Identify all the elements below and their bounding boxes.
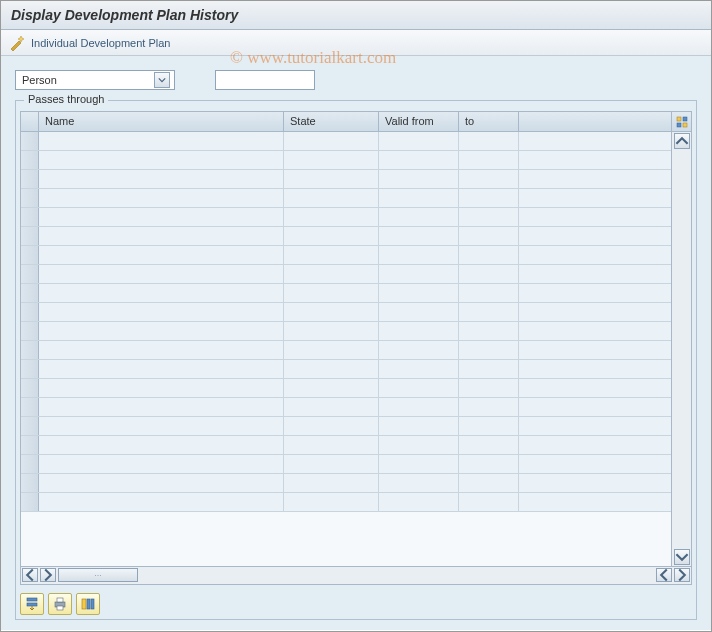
table-cell[interactable]	[379, 227, 459, 245]
row-selector[interactable]	[21, 398, 39, 416]
table-cell[interactable]	[284, 227, 379, 245]
table-cell[interactable]	[459, 265, 519, 283]
table-row[interactable]	[21, 265, 671, 284]
table-cell[interactable]	[284, 436, 379, 454]
table-settings-icon[interactable]	[671, 112, 691, 131]
table-cell[interactable]	[519, 322, 671, 340]
table-row[interactable]	[21, 208, 671, 227]
table-row[interactable]	[21, 151, 671, 170]
scroll-track[interactable]	[674, 150, 690, 548]
table-cell[interactable]	[519, 303, 671, 321]
layout-button[interactable]	[76, 593, 100, 615]
table-cell[interactable]	[519, 436, 671, 454]
table-cell[interactable]	[39, 265, 284, 283]
table-cell[interactable]	[519, 493, 671, 511]
table-cell[interactable]	[459, 493, 519, 511]
table-cell[interactable]	[459, 170, 519, 188]
table-cell[interactable]	[284, 322, 379, 340]
table-cell[interactable]	[284, 303, 379, 321]
table-cell[interactable]	[519, 360, 671, 378]
edit-wand-icon[interactable]	[9, 35, 25, 51]
table-cell[interactable]	[379, 493, 459, 511]
table-cell[interactable]	[459, 132, 519, 150]
table-cell[interactable]	[519, 265, 671, 283]
table-cell[interactable]	[379, 189, 459, 207]
table-cell[interactable]	[284, 170, 379, 188]
table-cell[interactable]	[379, 284, 459, 302]
row-selector[interactable]	[21, 132, 39, 150]
table-cell[interactable]	[39, 398, 284, 416]
table-cell[interactable]	[284, 284, 379, 302]
row-selector[interactable]	[21, 417, 39, 435]
table-row[interactable]	[21, 341, 671, 360]
table-cell[interactable]	[519, 455, 671, 473]
table-cell[interactable]	[284, 208, 379, 226]
print-button[interactable]	[48, 593, 72, 615]
table-cell[interactable]	[284, 379, 379, 397]
scroll-left-end-icon[interactable]	[656, 568, 672, 582]
table-cell[interactable]	[459, 360, 519, 378]
table-cell[interactable]	[519, 379, 671, 397]
table-cell[interactable]	[459, 246, 519, 264]
expand-all-button[interactable]	[20, 593, 44, 615]
table-cell[interactable]	[379, 208, 459, 226]
table-cell[interactable]	[39, 474, 284, 492]
table-cell[interactable]	[284, 265, 379, 283]
table-cell[interactable]	[39, 284, 284, 302]
table-cell[interactable]	[459, 379, 519, 397]
table-cell[interactable]	[39, 208, 284, 226]
table-cell[interactable]	[519, 398, 671, 416]
col-header-name[interactable]: Name	[39, 112, 284, 131]
hscroll-thumb[interactable]: ···	[58, 568, 138, 582]
horizontal-scrollbar[interactable]: ···	[21, 566, 691, 584]
table-cell[interactable]	[284, 189, 379, 207]
table-cell[interactable]	[519, 227, 671, 245]
table-cell[interactable]	[39, 493, 284, 511]
row-selector[interactable]	[21, 189, 39, 207]
row-selector[interactable]	[21, 208, 39, 226]
table-cell[interactable]	[39, 436, 284, 454]
table-cell[interactable]	[39, 303, 284, 321]
col-header-to[interactable]: to	[459, 112, 519, 131]
row-selector[interactable]	[21, 493, 39, 511]
vertical-scrollbar[interactable]	[671, 132, 691, 566]
row-selector[interactable]	[21, 379, 39, 397]
table-row[interactable]	[21, 322, 671, 341]
table-cell[interactable]	[379, 151, 459, 169]
table-row[interactable]	[21, 474, 671, 493]
row-selector[interactable]	[21, 455, 39, 473]
table-cell[interactable]	[519, 170, 671, 188]
table-cell[interactable]	[39, 455, 284, 473]
table-cell[interactable]	[284, 341, 379, 359]
table-cell[interactable]	[519, 341, 671, 359]
toolbar-individual-plan-label[interactable]: Individual Development Plan	[31, 37, 170, 49]
table-cell[interactable]	[459, 417, 519, 435]
table-cell[interactable]	[379, 417, 459, 435]
table-cell[interactable]	[519, 474, 671, 492]
table-cell[interactable]	[459, 303, 519, 321]
table-row[interactable]	[21, 246, 671, 265]
table-cell[interactable]	[284, 398, 379, 416]
table-cell[interactable]	[519, 284, 671, 302]
row-selector[interactable]	[21, 341, 39, 359]
table-cell[interactable]	[459, 474, 519, 492]
table-cell[interactable]	[39, 132, 284, 150]
table-cell[interactable]	[519, 417, 671, 435]
scroll-left-icon[interactable]	[22, 568, 38, 582]
row-selector-header[interactable]	[21, 112, 39, 131]
scroll-down-icon[interactable]	[674, 549, 690, 565]
table-cell[interactable]	[459, 208, 519, 226]
table-cell[interactable]	[284, 455, 379, 473]
table-cell[interactable]	[39, 246, 284, 264]
table-cell[interactable]	[284, 474, 379, 492]
table-cell[interactable]	[459, 398, 519, 416]
table-cell[interactable]	[379, 474, 459, 492]
table-cell[interactable]	[519, 208, 671, 226]
table-cell[interactable]	[459, 341, 519, 359]
table-cell[interactable]	[379, 170, 459, 188]
table-cell[interactable]	[379, 398, 459, 416]
col-header-state[interactable]: State	[284, 112, 379, 131]
table-cell[interactable]	[459, 436, 519, 454]
table-cell[interactable]	[379, 303, 459, 321]
table-row[interactable]	[21, 227, 671, 246]
